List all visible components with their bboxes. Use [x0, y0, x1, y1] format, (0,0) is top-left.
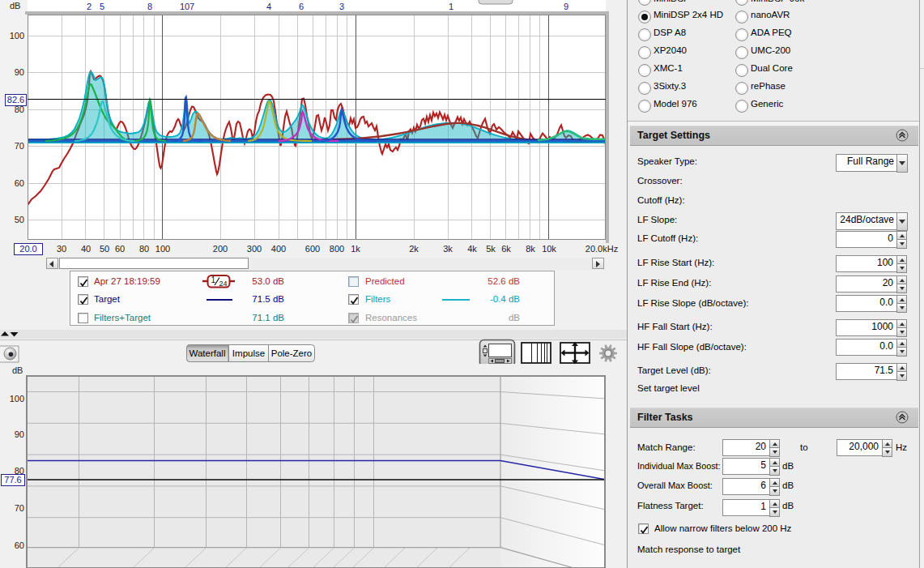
svg-text:24: 24	[219, 280, 228, 288]
svg-text:50: 50	[100, 244, 109, 254]
svg-text:100: 100	[10, 394, 24, 404]
svg-text:1: 1	[211, 275, 216, 284]
svg-text:10: 10	[180, 2, 189, 11]
svg-text:82.6: 82.6	[7, 95, 24, 105]
svg-text:Waterfall: Waterfall	[189, 348, 226, 358]
svg-text:60: 60	[15, 178, 24, 188]
svg-text:3k: 3k	[443, 244, 453, 254]
svg-text:2: 2	[87, 2, 92, 11]
svg-text:5k: 5k	[486, 244, 496, 254]
svg-text:20.0: 20.0	[19, 244, 36, 254]
svg-text:800: 800	[330, 244, 344, 254]
svg-text:7: 7	[189, 2, 194, 11]
svg-text:90: 90	[15, 67, 24, 77]
svg-text:77.6: 77.6	[4, 475, 21, 485]
svg-text:80: 80	[139, 244, 149, 254]
svg-text:90: 90	[15, 429, 24, 439]
svg-text:5: 5	[100, 2, 104, 11]
svg-text:70: 70	[15, 141, 24, 151]
svg-text:6: 6	[299, 2, 304, 11]
svg-text:Impulse: Impulse	[232, 348, 265, 358]
svg-text:70: 70	[15, 503, 24, 513]
svg-text:2k: 2k	[409, 244, 419, 254]
svg-text:6k: 6k	[501, 244, 511, 254]
svg-text:60: 60	[115, 244, 125, 254]
svg-text:10k: 10k	[542, 244, 556, 254]
svg-text:dB: dB	[12, 365, 23, 375]
svg-text:50: 50	[15, 215, 24, 224]
svg-text:8: 8	[147, 2, 152, 11]
svg-text:400: 400	[271, 244, 286, 254]
svg-text:1k: 1k	[351, 244, 360, 254]
svg-text:8k: 8k	[526, 244, 535, 254]
svg-text:dB: dB	[10, 1, 20, 11]
svg-text:100: 100	[155, 244, 170, 254]
svg-text:600: 600	[305, 244, 320, 254]
svg-text:40: 40	[81, 244, 91, 254]
svg-text:100: 100	[10, 31, 24, 41]
svg-text:30: 30	[57, 244, 66, 254]
svg-text:200: 200	[213, 244, 228, 254]
svg-text:1: 1	[449, 2, 453, 11]
svg-text:9: 9	[564, 2, 568, 11]
svg-text:4: 4	[266, 2, 271, 11]
svg-text:20.0kHz: 20.0kHz	[585, 244, 618, 254]
svg-text:4k: 4k	[467, 244, 477, 254]
svg-text:3: 3	[339, 2, 344, 11]
svg-text:300: 300	[247, 244, 262, 254]
svg-text:60: 60	[15, 540, 24, 550]
svg-text:Pole-Zero: Pole-Zero	[271, 348, 313, 358]
